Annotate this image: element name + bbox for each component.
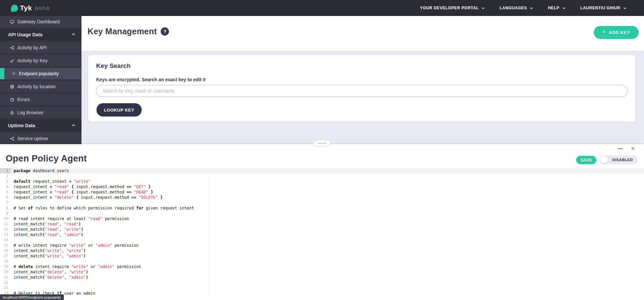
key-search-input[interactable] xyxy=(96,85,628,97)
page-title: Key Management xyxy=(87,27,157,36)
version-label: (v3.0.0) xyxy=(35,6,50,11)
sidebar-item-activity-by-location[interactable]: Activity by location xyxy=(0,81,81,92)
code-line[interactable]: 18 xyxy=(0,259,644,264)
line-number: 10 xyxy=(0,216,11,221)
help-icon[interactable]: ? xyxy=(161,27,169,36)
sidebar-section-api-usage-data[interactable]: API Usage Data xyxy=(0,29,81,40)
sidebar-item-label: Gateway Dashboard xyxy=(17,19,60,24)
code-line-content: # write intent require "write" or "admin… xyxy=(11,243,139,248)
line-number: 3 xyxy=(0,179,11,184)
code-line[interactable]: 9 xyxy=(0,211,644,216)
key-search-card: Key Search Keys are encrypted. Search an… xyxy=(88,55,635,122)
code-line[interactable]: 24# Helper to check if user an admin xyxy=(0,291,644,296)
nav-item-your-developer-portal[interactable]: YOUR DEVELOPER PORTAL xyxy=(420,6,485,10)
code-line-content: intent_match("read", "admin") xyxy=(11,232,83,237)
add-key-label: ADD KEY xyxy=(609,30,630,35)
code-line-content xyxy=(11,237,14,243)
add-key-button[interactable]: + ADD KEY xyxy=(594,26,639,39)
code-line[interactable]: 2 xyxy=(0,173,644,179)
code-line[interactable]: 17intent_match("write", "admin") xyxy=(0,253,644,259)
code-line[interactable]: 12intent_match("read", "write") xyxy=(0,227,644,232)
code-line[interactable]: 8# Set of rules to define which permissi… xyxy=(0,205,644,211)
code-line[interactable]: 23 xyxy=(0,285,644,291)
code-line[interactable]: 16intent_match("write", "write") xyxy=(0,248,644,253)
line-number: 14 xyxy=(0,237,11,243)
chevron-up-icon xyxy=(72,32,76,36)
top-navbar: Tyk (v3.0.0) YOUR DEVELOPER PORTALLANGUA… xyxy=(0,0,644,16)
sidebar-item-endpoint-popularity[interactable]: Endpoint popularity xyxy=(0,68,81,79)
page-header: Key Management ? + ADD KEY xyxy=(81,16,644,51)
code-line-content: # delete intent require "write" or "admi… xyxy=(11,264,141,269)
brand-name: Tyk xyxy=(20,4,32,12)
code-line[interactable]: 11intent_match("read", "read") xyxy=(0,221,644,227)
code-line[interactable]: 13intent_match("read", "admin") xyxy=(0,232,644,237)
sidebar-item-log-browser[interactable]: Log Browser xyxy=(0,107,81,118)
code-line[interactable]: 10# read intent require at least "read" … xyxy=(0,216,644,221)
code-line[interactable]: 1package dashboard_users xyxy=(0,168,644,173)
tyk-logo[interactable]: Tyk (v3.0.0) xyxy=(11,4,50,12)
nav-item-laurentiu-ghiur[interactable]: LAURENTIU GHIUR xyxy=(580,6,627,10)
sidebar-item-errors[interactable]: Errors xyxy=(0,94,81,105)
chevron-down-icon xyxy=(481,6,485,10)
sidebar-item-activity-by-key[interactable]: Activity by Key xyxy=(0,55,81,66)
disabled-toggle[interactable]: DISABLED xyxy=(600,155,638,164)
key-search-title: Key Search xyxy=(96,62,131,70)
sidebar-item-gateway-dashboard[interactable]: Gateway Dashboard xyxy=(0,16,81,27)
line-number: 13 xyxy=(0,232,11,237)
nav-item-languages[interactable]: LANGUAGES xyxy=(500,6,533,10)
opa-panel: × Open Policy Agent SAVE DISABLED 1packa… xyxy=(0,144,644,300)
code-line[interactable]: 20intent_match("delete", "write") xyxy=(0,269,644,275)
code-line-content xyxy=(11,285,14,291)
code-line-content: request_intent = "read" { input.request.… xyxy=(11,184,151,189)
code-line[interactable]: 6request_intent = "delete" { input.reque… xyxy=(0,195,644,200)
nodes-icon xyxy=(10,137,14,141)
code-line-content: request_intent = "read" { input.request.… xyxy=(11,189,153,195)
code-line[interactable]: 22 xyxy=(0,280,644,285)
code-editor[interactable]: 1package dashboard_users23default reques… xyxy=(0,168,644,300)
code-line-content: request_intent = "delete" { input.reques… xyxy=(11,195,163,200)
toggle-label: DISABLED xyxy=(612,158,633,162)
status-url-tooltip: localhost:9000/endpoint-popularity xyxy=(0,294,64,300)
code-line-content: package dashboard_users xyxy=(11,168,69,173)
sidebar-item-service-uptime[interactable]: Service uptime xyxy=(0,133,81,144)
top-nav-menu: YOUR DEVELOPER PORTALLANGUAGESHELPLAUREN… xyxy=(420,6,644,10)
sidebar-item-label: Errors xyxy=(17,97,30,102)
nav-item-help[interactable]: HELP xyxy=(548,6,565,10)
code-line[interactable]: 14 xyxy=(0,237,644,243)
code-line-content: intent_match("write", "admin") xyxy=(11,253,86,259)
line-number: 21 xyxy=(0,275,11,280)
code-line-content xyxy=(11,280,14,285)
sidebar-section-label: API Usage Data xyxy=(8,32,42,37)
line-number: 2 xyxy=(0,173,11,179)
sidebar-item-label: Activity by Key xyxy=(17,58,48,63)
code-line-content: intent_match("delete", "admin") xyxy=(11,275,88,280)
line-number: 4 xyxy=(0,184,11,189)
chevron-up-icon xyxy=(72,123,76,127)
nav-item-label: LAURENTIU GHIUR xyxy=(580,6,620,10)
save-button[interactable]: SAVE xyxy=(576,156,596,164)
lookup-key-button[interactable]: LOOKUP KEY xyxy=(96,103,142,117)
panel-drag-handle[interactable] xyxy=(313,140,331,147)
minimize-icon[interactable] xyxy=(618,148,623,149)
code-line[interactable]: 3default request_intent = "write" xyxy=(0,179,644,184)
code-line[interactable]: 21intent_match("delete", "admin") xyxy=(0,275,644,280)
code-line-content: intent_match("write", "write") xyxy=(11,248,86,253)
close-icon[interactable]: × xyxy=(631,145,635,152)
code-line[interactable]: 7 xyxy=(0,200,644,205)
code-line-content: intent_match("read", "write") xyxy=(11,227,83,232)
branch-icon xyxy=(12,72,16,76)
code-line[interactable]: 19# delete intent require "write" or "ad… xyxy=(0,264,644,269)
plus-icon: + xyxy=(602,29,606,36)
code-line[interactable]: 15# write intent require "write" or "adm… xyxy=(0,243,644,248)
code-line[interactable]: 4request_intent = "read" { input.request… xyxy=(0,184,644,189)
sidebar-item-activity-by-api[interactable]: Activity by API xyxy=(0,42,81,53)
line-number: 1 xyxy=(0,168,11,173)
chevron-down-icon xyxy=(530,6,533,10)
line-number: 23 xyxy=(0,285,11,291)
code-line-content xyxy=(11,200,14,205)
code-line[interactable]: 5request_intent = "read" { input.request… xyxy=(0,189,644,195)
editor-divider xyxy=(209,173,209,295)
sidebar-section-uptime-data[interactable]: Uptime Data xyxy=(0,120,81,131)
sidebar-item-label: Activity by location xyxy=(17,84,56,89)
pie-icon xyxy=(10,98,14,102)
